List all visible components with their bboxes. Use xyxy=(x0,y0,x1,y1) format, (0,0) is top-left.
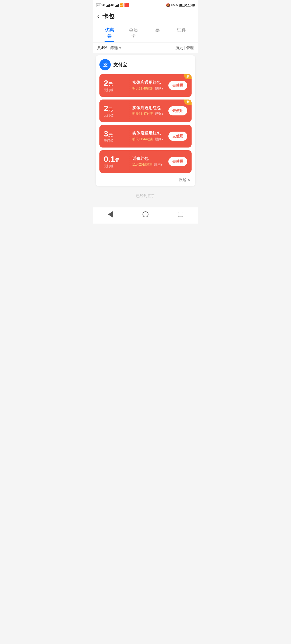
signal-bar-5 xyxy=(115,6,116,7)
coupon-expire-2: 明天11:47过期 规则 xyxy=(132,112,168,116)
recent-square-icon xyxy=(178,212,183,217)
wifi-icon: 📶 xyxy=(120,3,124,7)
use-button-3[interactable]: 去使用 xyxy=(168,132,187,141)
coupon-count: 共4张 xyxy=(97,46,107,50)
battery-fill xyxy=(179,4,183,6)
signal-bar-3 xyxy=(108,5,109,7)
tab-membership[interactable]: 会员卡 xyxy=(122,24,146,42)
filter-button[interactable]: 筛选 xyxy=(110,46,121,50)
filter-right: 历史 | 管理 xyxy=(175,46,194,50)
coupon-rule-2[interactable]: 规则 xyxy=(155,112,163,116)
new-badge-1: 新 xyxy=(184,74,192,79)
coupon-card-2: 新 2元 无门槛 实体店通用红包 明天11:47过期 规则 去使用 xyxy=(99,100,192,122)
nav-bar xyxy=(93,207,198,224)
coupon-info-1: 实体店通用红包 明天11:48过期 规则 xyxy=(128,80,168,91)
amount-unit-1: 元 xyxy=(108,82,113,87)
coupon-expire-4: 11月25日过期 规则 xyxy=(132,162,168,167)
amount-condition-4: 无门槛 xyxy=(104,164,113,169)
coupon-card-1: 新 2元 无门槛 实体店通用红包 明天11:48过期 规则 去使用 xyxy=(99,74,192,97)
signal-bar-8 xyxy=(118,4,119,7)
coupon-card-4: 0.1元 无门槛 话费红包 11月25日过期 规则 去使用 xyxy=(99,150,192,173)
signal-bar-7 xyxy=(117,5,118,7)
back-triangle-icon xyxy=(108,211,113,218)
coupon-expire-3: 明天11:44过期 规则 xyxy=(132,137,168,142)
section-header: 支 支付宝 xyxy=(99,59,192,70)
amount-value-2: 2 xyxy=(104,104,108,113)
bottom-hint: 已经到底了 xyxy=(93,188,198,203)
filter-left: 共4张 筛选 xyxy=(97,46,121,50)
coupon-title-2: 实体店通用红包 xyxy=(132,105,168,111)
arrow-right-icon-3 xyxy=(162,138,163,141)
coupon-amount-2: 2元 无门槛 xyxy=(104,104,128,118)
collapse-button[interactable]: 收起 ∧ xyxy=(99,176,192,183)
coupon-expire-1: 明天11:48过期 规则 xyxy=(132,86,168,91)
coupon-title-4: 话费红包 xyxy=(132,156,168,161)
tabs-container: 优惠券 会员卡 票 证件 xyxy=(93,24,198,42)
tab-id[interactable]: 证件 xyxy=(170,24,194,42)
amount-unit-2: 元 xyxy=(108,107,113,112)
coupon-info-4: 话费红包 11月25日过期 规则 xyxy=(128,156,168,167)
hd-badge: HD xyxy=(96,3,101,7)
status-left: HD 5G 4G 📶 🟥 xyxy=(96,3,129,8)
tab-tickets[interactable]: 票 xyxy=(146,24,170,42)
network-5g: 5G xyxy=(102,4,106,7)
signal-bar-6 xyxy=(116,5,117,7)
amount-condition-3: 无门槛 xyxy=(104,139,113,143)
recent-nav-button[interactable] xyxy=(177,211,184,218)
manage-link[interactable]: 管理 xyxy=(186,46,194,50)
arrow-right-icon-4 xyxy=(161,164,162,166)
amount-condition-2: 无门槛 xyxy=(104,113,113,118)
filter-bar: 共4张 筛选 历史 | 管理 xyxy=(93,43,198,53)
signal-bar-4 xyxy=(109,4,110,7)
history-link[interactable]: 历史 xyxy=(175,46,183,50)
page-header: ‹ 卡包 xyxy=(93,10,198,24)
app-icon: 🟥 xyxy=(124,3,129,8)
coupon-info-3: 实体店通用红包 明天11:44过期 规则 xyxy=(128,131,168,142)
arrow-right-icon-1 xyxy=(162,88,163,90)
chevron-up-icon: ∧ xyxy=(187,177,190,182)
back-nav-button[interactable] xyxy=(107,211,114,218)
coupon-info-2: 实体店通用红包 明天11:47过期 规则 xyxy=(128,105,168,116)
amount-unit-3: 元 xyxy=(108,133,113,137)
section-title: 支付宝 xyxy=(113,62,127,68)
use-button-1[interactable]: 去使用 xyxy=(168,81,187,90)
time-display: 11:48 xyxy=(186,3,195,7)
new-badge-2: 新 xyxy=(184,100,192,105)
battery-percent: 65% xyxy=(171,3,178,7)
use-button-4[interactable]: 去使用 xyxy=(168,157,187,166)
signal-bars-2 xyxy=(115,4,119,7)
signal-bar-2 xyxy=(107,5,108,7)
status-bar: HD 5G 4G 📶 🟥 🔕 65% 11:48 xyxy=(93,0,198,10)
coupon-rule-3[interactable]: 规则 xyxy=(155,137,163,142)
coupon-amount-4: 0.1元 无门槛 xyxy=(104,155,128,169)
coupon-amount-1: 2元 无门槛 xyxy=(104,78,128,93)
amount-unit-4: 元 xyxy=(115,158,119,163)
network-4g: 4G xyxy=(110,4,115,7)
alipay-card-section: 支 支付宝 新 2元 无门槛 实体店通用红包 明天11:48过期 规则 去使用 … xyxy=(96,55,195,186)
coupon-rule-4[interactable]: 规则 xyxy=(154,162,162,167)
arrow-right-icon-2 xyxy=(162,113,163,115)
alipay-logo: 支 xyxy=(99,59,111,70)
amount-condition-1: 无门槛 xyxy=(104,88,113,93)
home-nav-button[interactable] xyxy=(142,211,149,218)
status-right: 🔕 65% 11:48 xyxy=(166,3,195,7)
amount-value-4: 0.1 xyxy=(104,155,115,163)
back-button[interactable]: ‹ xyxy=(97,13,99,20)
battery-icon xyxy=(179,4,185,7)
tab-coupons[interactable]: 优惠券 xyxy=(97,24,122,42)
home-circle-icon xyxy=(143,211,148,217)
coupon-rule-1[interactable]: 规则 xyxy=(155,86,163,91)
signal-bar-1 xyxy=(106,6,107,7)
coupon-title-1: 实体店通用红包 xyxy=(132,80,168,85)
mute-icon: 🔕 xyxy=(166,3,170,7)
coupon-card-3: 3元 无门槛 实体店通用红包 明天11:44过期 规则 去使用 xyxy=(99,125,192,148)
chevron-down-icon xyxy=(119,47,121,49)
amount-value-3: 3 xyxy=(104,129,108,138)
page-title: 卡包 xyxy=(102,12,114,20)
coupon-title-3: 实体店通用红包 xyxy=(132,131,168,136)
signal-bars xyxy=(106,4,110,7)
amount-value-1: 2 xyxy=(104,78,108,87)
use-button-2[interactable]: 去使用 xyxy=(168,106,187,115)
coupon-amount-3: 3元 无门槛 xyxy=(104,129,128,143)
divider: | xyxy=(184,46,185,50)
